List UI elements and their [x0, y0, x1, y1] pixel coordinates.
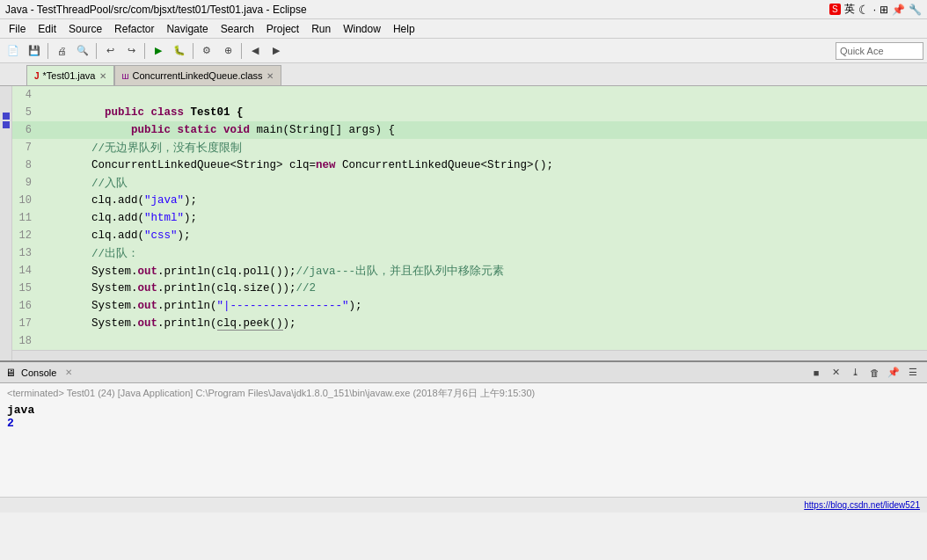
tab-close-test01[interactable]: ✕ — [99, 71, 106, 81]
redo-btn[interactable]: ↪ — [121, 41, 141, 61]
tab-icon-c: ш — [122, 71, 129, 81]
console-label: Console — [21, 367, 56, 378]
bullet-icon: · — [873, 4, 876, 16]
run-btn[interactable]: ▶ — [149, 41, 168, 61]
line-10: 10 clq.add("java"); — [12, 192, 927, 209]
ruler-mark-1 — [3, 113, 10, 120]
sep2 — [96, 43, 97, 59]
console-x-btn[interactable]: ✕ — [827, 365, 844, 381]
console-view-btn[interactable]: ☰ — [904, 365, 922, 381]
lang-icon: 英 — [844, 2, 855, 17]
menu-source[interactable]: Source — [63, 21, 107, 37]
editor-body: 4 5 public class Test01 { 6 public stati… — [0, 86, 927, 360]
undo-btn[interactable]: ↩ — [100, 41, 120, 61]
sep4 — [193, 43, 193, 59]
menu-navigate[interactable]: Navigate — [161, 21, 213, 37]
menu-search[interactable]: Search — [215, 21, 259, 37]
tool-icon: 🔧 — [909, 4, 922, 16]
menu-help[interactable]: Help — [388, 21, 420, 37]
push-icon: 📌 — [892, 4, 905, 16]
line-16: 16 System.out.println("|----------------… — [12, 297, 927, 315]
line-13: 13 //出队： — [12, 244, 927, 262]
console-x-icon: ✕ — [65, 367, 72, 377]
console-output-2: 2 — [7, 417, 920, 430]
menu-run[interactable]: Run — [306, 21, 336, 37]
status-bar: https://blog.csdn.net/lidew521 — [0, 497, 927, 513]
sogou-icon: S — [829, 4, 841, 15]
moon-icon: ☾ — [858, 3, 870, 17]
code-area[interactable]: 4 5 public class Test01 { 6 public stati… — [12, 86, 927, 360]
line-11: 11 clq.add("html"); — [12, 209, 927, 227]
console-output-area: java 2 — [7, 404, 920, 430]
line-9: 9 //入队 — [12, 174, 927, 192]
title-bar: Java - TestThreadPool/src/com/bjsxt/test… — [0, 0, 927, 19]
save-btn[interactable]: 💾 — [25, 41, 44, 61]
console-tab[interactable]: Console — [21, 367, 56, 378]
horizontal-scrollbar[interactable] — [12, 350, 927, 360]
menu-refactor[interactable]: Refactor — [109, 21, 159, 37]
console-pin-btn[interactable]: 📌 — [885, 365, 902, 381]
menu-bar: File Edit Source Refactor Navigate Searc… — [0, 19, 927, 39]
line-18: 18 — [12, 332, 927, 350]
console-clear-btn[interactable]: 🗑 — [865, 365, 883, 381]
print-btn[interactable]: 🖨 — [52, 41, 71, 61]
menu-file[interactable]: File — [4, 21, 31, 37]
new-btn[interactable]: 📄 — [4, 41, 23, 61]
console-panel: 🖥 Console ✕ ■ ✕ ⤓ 🗑 📌 ☰ <terminated> Tes… — [0, 360, 927, 497]
debug-btn[interactable]: 🐛 — [170, 41, 189, 61]
console-output-java: java — [7, 404, 920, 417]
tab-label-concurrent: ConcurrentLinkedQueue.class — [133, 70, 263, 81]
top-icons: S 英 ☾ · ⊞ 📌 🔧 — [829, 2, 922, 17]
console-scroll-btn[interactable]: ⤓ — [846, 365, 864, 381]
quick-access-label: Quick Ace — [840, 46, 884, 56]
line-14: 14 System.out.println(clq.poll());//java… — [12, 262, 927, 280]
nav-back[interactable]: ◀ — [245, 41, 265, 61]
monitor-icon: ⊞ — [880, 4, 888, 16]
sep1 — [47, 43, 48, 59]
ruler-mark-2 — [3, 121, 10, 128]
status-url: https://blog.csdn.net/lidew521 — [804, 500, 920, 510]
ext-btn[interactable]: ⊕ — [218, 41, 237, 61]
line-7: 7 //无边界队列，没有长度限制 — [12, 139, 927, 156]
prop-btn[interactable]: ⚙ — [197, 41, 216, 61]
console-header: 🖥 Console ✕ ■ ✕ ⤓ 🗑 📌 ☰ — [0, 362, 927, 383]
console-toolbar: ■ ✕ ⤓ 🗑 📌 ☰ — [807, 365, 922, 381]
tab-bar: J *Test01.java ✕ ш ConcurrentLinkedQueue… — [0, 63, 927, 86]
quick-access-box[interactable]: Quick Ace — [836, 42, 923, 60]
search-btn[interactable]: 🔍 — [73, 41, 92, 61]
menu-window[interactable]: Window — [338, 21, 386, 37]
line-12: 12 clq.add("css"); — [12, 227, 927, 244]
editor-container: J *Test01.java ✕ ш ConcurrentLinkedQueue… — [0, 63, 927, 360]
console-content: <terminated> Test01 (24) [Java Applicati… — [0, 383, 927, 497]
tab-icon-j: J — [34, 71, 40, 81]
console-icon: 🖥 — [5, 367, 16, 379]
line-17: 17 System.out.println(clq.peek()); — [12, 315, 927, 332]
tab-label-test01: *Test01.java — [43, 70, 96, 81]
sep5 — [241, 43, 242, 59]
tab-concurrent[interactable]: ш ConcurrentLinkedQueue.class ✕ — [114, 65, 281, 85]
console-terminated-text: <terminated> Test01 (24) [Java Applicati… — [7, 387, 920, 400]
line-15: 15 System.out.println(clq.size());//2 — [12, 280, 927, 297]
window-title: Java - TestThreadPool/src/com/bjsxt/test… — [5, 4, 307, 16]
console-stop-btn[interactable]: ■ — [807, 365, 825, 381]
tab-test01[interactable]: J *Test01.java ✕ — [26, 65, 114, 85]
line-8: 8 ConcurrentLinkedQueue<String> clq=new … — [12, 156, 927, 174]
line-6: 6 public static void main(String[] args)… — [12, 121, 927, 139]
menu-edit[interactable]: Edit — [33, 21, 62, 37]
vertical-ruler — [0, 86, 12, 360]
nav-fwd[interactable]: ▶ — [266, 41, 286, 61]
tab-close-concurrent[interactable]: ✕ — [266, 71, 274, 81]
sep3 — [144, 43, 145, 59]
menu-project[interactable]: Project — [261, 21, 304, 37]
toolbar: 📄 💾 🖨 🔍 ↩ ↪ ▶ 🐛 ⚙ ⊕ ◀ ▶ Quick Ace — [0, 39, 927, 63]
